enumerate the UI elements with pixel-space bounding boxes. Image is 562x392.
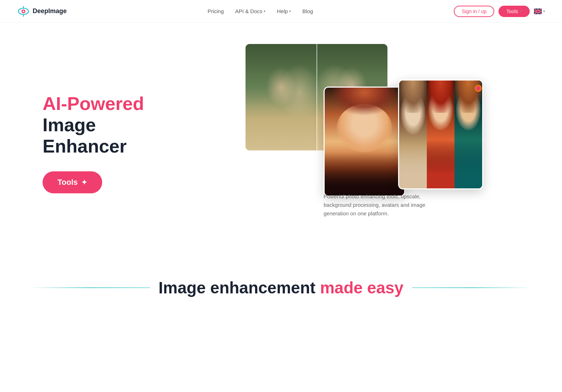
trio-col-3 <box>454 81 482 188</box>
api-docs-arrow-icon: ▾ <box>264 9 265 13</box>
portrait-bottom-fade <box>325 152 404 195</box>
divider-line-right <box>412 287 534 288</box>
hero-left: AI-Powered Image Enhancer Tools ✦ <box>43 93 184 193</box>
portrait-redhair <box>324 87 405 197</box>
divider-line-left <box>28 287 150 288</box>
trio-hair-3 <box>454 81 482 113</box>
lang-arrow-icon: ▾ <box>543 9 545 13</box>
flag-icon <box>534 9 542 14</box>
nav-help[interactable]: Help ▾ <box>277 8 291 14</box>
hero-description: Powerful photo enhancing tools, upscale,… <box>324 192 444 218</box>
hero-section: AI-Powered Image Enhancer Tools ✦ <box>0 23 562 257</box>
nav-api-docs[interactable]: API & Docs ▾ <box>235 8 266 14</box>
bottom-title: Image enhancement made easy <box>159 278 403 297</box>
nav-actions: Sign in / up Tools ▾ ▾ <box>454 6 545 17</box>
portrait-face <box>337 104 392 153</box>
trio-hair-2 <box>427 81 454 113</box>
nav-links: Pricing API & Docs ▾ Help ▾ Blog <box>208 8 313 14</box>
tools-hero-button[interactable]: Tools ✦ <box>43 171 102 193</box>
bottom-section: Image enhancement made easy <box>0 257 562 311</box>
tools-arrow-icon: ▾ <box>520 9 522 13</box>
portrait-hair-top <box>325 88 404 136</box>
brand-name: DeepImage <box>33 7 67 15</box>
trio-col-1 <box>399 81 427 188</box>
trio-dress-2 <box>427 140 454 188</box>
image-collage: Powerful photo enhancing tools, upscale,… <box>246 44 473 221</box>
navbar: DeepImage Pricing API & Docs ▾ Help ▾ Bl… <box>0 0 562 23</box>
logo-icon <box>17 5 30 18</box>
trio-col-2 <box>427 81 454 188</box>
logo-link[interactable]: DeepImage <box>17 5 67 18</box>
language-selector[interactable]: ▾ <box>534 9 545 14</box>
svg-point-3 <box>23 10 24 12</box>
trio-image <box>398 79 483 189</box>
split-divider <box>316 44 317 150</box>
trio-hair-1 <box>399 81 427 113</box>
bottom-divider: Image enhancement made easy <box>0 278 562 297</box>
nav-blog[interactable]: Blog <box>302 8 313 14</box>
nav-pricing[interactable]: Pricing <box>208 8 224 14</box>
trio-dress-1 <box>399 145 427 188</box>
signin-button[interactable]: Sign in / up <box>454 6 494 17</box>
bottom-title-pink: made easy <box>320 278 403 297</box>
tools-nav-button[interactable]: Tools ▾ <box>498 6 530 17</box>
portrait-before <box>246 44 316 150</box>
sparkle-icon: ✦ <box>81 178 87 187</box>
help-arrow-icon: ▾ <box>289 9 291 13</box>
hero-title-dark: Image Enhancer <box>43 115 184 157</box>
hero-title-pink: AI-Powered <box>43 93 184 115</box>
hero-right: Powerful photo enhancing tools, upscale,… <box>184 44 534 243</box>
trio-dress-3 <box>454 140 482 188</box>
hero-title: AI-Powered Image Enhancer <box>43 93 184 157</box>
